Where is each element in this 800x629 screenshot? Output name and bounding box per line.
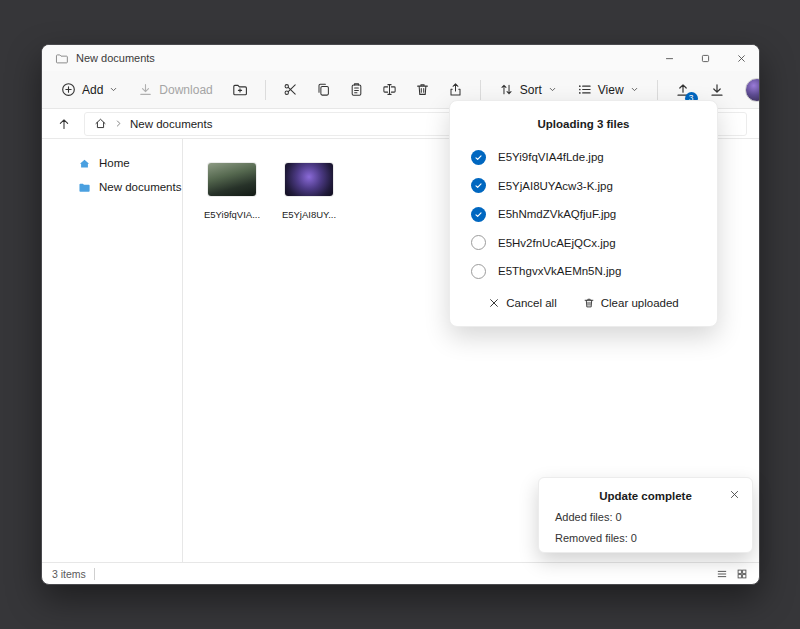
toast-added-files: Added files: 0 xyxy=(555,511,736,523)
folder-app-icon xyxy=(55,52,68,65)
update-toast: Update complete Added files: 0 Removed f… xyxy=(538,477,753,553)
toast-removed-files: Removed files: 0 xyxy=(555,532,736,544)
cut-icon xyxy=(283,82,298,97)
sidebar: Home New documents xyxy=(42,139,183,562)
cancel-all-label: Cancel all xyxy=(506,297,557,309)
view-button-label: View xyxy=(598,83,624,97)
copy-button[interactable] xyxy=(308,75,339,105)
grid-view-icon[interactable] xyxy=(735,567,749,581)
upload-list-item: E5ThgvxVkAEMn5N.jpg xyxy=(450,257,717,286)
toast-title: Update complete xyxy=(555,490,736,502)
new-folder-button[interactable] xyxy=(224,75,256,105)
clear-uploaded-label: Clear uploaded xyxy=(601,297,679,309)
file-tile[interactable]: E5Yi9fqVIA... xyxy=(201,163,263,220)
cancel-all-button[interactable]: Cancel all xyxy=(488,297,557,309)
home-icon[interactable] xyxy=(94,117,107,130)
add-circle-icon xyxy=(61,82,76,97)
title-bar: New documents xyxy=(42,45,759,71)
status-bar: 3 items xyxy=(42,562,759,584)
upload-status-icon xyxy=(471,150,486,165)
add-button-label: Add xyxy=(82,83,103,97)
view-icon xyxy=(577,82,592,97)
close-icon xyxy=(488,297,500,309)
upload-file-name: E5ThgvxVkAEMn5N.jpg xyxy=(498,265,621,277)
upload-list-item: E5Hv2fnUcAEjQCx.jpg xyxy=(450,229,717,258)
details-view-icon[interactable] xyxy=(715,567,729,581)
upload-status-icon xyxy=(471,178,486,193)
chevron-down-icon xyxy=(630,85,639,94)
rename-button[interactable] xyxy=(374,75,405,105)
caption-controls xyxy=(651,45,759,71)
toolbar-divider xyxy=(657,80,658,100)
home-folder-icon xyxy=(78,157,91,170)
sidebar-item-label: Home xyxy=(99,157,130,169)
close-icon[interactable] xyxy=(723,45,759,71)
upload-list: E5Yi9fqVIA4fLde.jpg E5YjAI8UYAcw3-K.jpg … xyxy=(450,143,717,286)
file-thumbnail xyxy=(208,163,256,196)
file-thumbnail xyxy=(285,163,333,196)
download-tray-icon xyxy=(709,82,725,98)
maximize-icon[interactable] xyxy=(687,45,723,71)
sort-icon xyxy=(499,82,514,97)
paste-icon xyxy=(349,82,364,97)
up-arrow-icon[interactable] xyxy=(54,114,74,134)
rename-icon xyxy=(382,82,397,97)
file-tile[interactable]: E5YjAI8UY... xyxy=(278,163,340,220)
upload-status-icon xyxy=(471,235,486,250)
trash-icon xyxy=(583,297,595,309)
item-count: 3 items xyxy=(52,568,86,580)
download-button-label: Download xyxy=(159,83,212,97)
add-button[interactable]: Add xyxy=(52,75,127,105)
cut-button[interactable] xyxy=(275,75,306,105)
toolbar-divider xyxy=(265,80,266,100)
sidebar-item-label: New documents xyxy=(99,181,181,193)
status-divider xyxy=(94,568,95,580)
upload-status-icon xyxy=(471,207,486,222)
trash-icon xyxy=(415,82,430,97)
upload-status-icon xyxy=(471,264,486,279)
sidebar-item-new-documents[interactable]: New documents xyxy=(42,175,182,199)
delete-button[interactable] xyxy=(407,75,438,105)
chevron-right-icon xyxy=(114,119,123,128)
paste-button[interactable] xyxy=(341,75,372,105)
copy-icon xyxy=(316,82,331,97)
sidebar-item-home[interactable]: Home xyxy=(42,151,182,175)
account-avatar[interactable] xyxy=(745,78,760,102)
breadcrumb-current-folder[interactable]: New documents xyxy=(130,118,212,130)
upload-file-name: E5Yi9fqVIA4fLde.jpg xyxy=(498,151,604,163)
upload-panel-actions: Cancel all Clear uploaded xyxy=(450,297,717,309)
sort-button-label: Sort xyxy=(520,83,542,97)
upload-file-name: E5hNmdZVkAQfjuF.jpg xyxy=(498,208,616,220)
minimize-icon[interactable] xyxy=(651,45,687,71)
file-name: E5YjAI8UY... xyxy=(282,209,336,220)
desktop-backdrop: New documents Add xyxy=(0,0,800,629)
upload-file-name: E5YjAI8UYAcw3-K.jpg xyxy=(498,180,613,192)
upload-panel-title: Uploading 3 files xyxy=(450,118,717,130)
share-icon xyxy=(448,82,463,97)
download-button[interactable]: Download xyxy=(129,75,221,105)
window-title: New documents xyxy=(76,52,155,64)
file-name: E5Yi9fqVIA... xyxy=(204,209,260,220)
toolbar-divider xyxy=(480,80,481,100)
new-folder-icon xyxy=(232,82,248,98)
chevron-down-icon xyxy=(109,85,118,94)
upload-list-item: E5hNmdZVkAQfjuF.jpg xyxy=(450,200,717,229)
upload-file-name: E5Hv2fnUcAEjQCx.jpg xyxy=(498,237,616,249)
upload-list-item: E5YjAI8UYAcw3-K.jpg xyxy=(450,172,717,201)
upload-list-item: E5Yi9fqVIA4fLde.jpg xyxy=(450,143,717,172)
chevron-down-icon xyxy=(548,85,557,94)
download-icon xyxy=(138,82,153,97)
folder-icon xyxy=(78,181,91,194)
files-row: E5Yi9fqVIA... E5YjAI8UY... xyxy=(201,163,340,220)
close-icon[interactable] xyxy=(727,487,742,502)
upload-flyout: Uploading 3 files E5Yi9fqVIA4fLde.jpg E5… xyxy=(449,100,718,327)
clear-uploaded-button[interactable]: Clear uploaded xyxy=(583,297,679,309)
